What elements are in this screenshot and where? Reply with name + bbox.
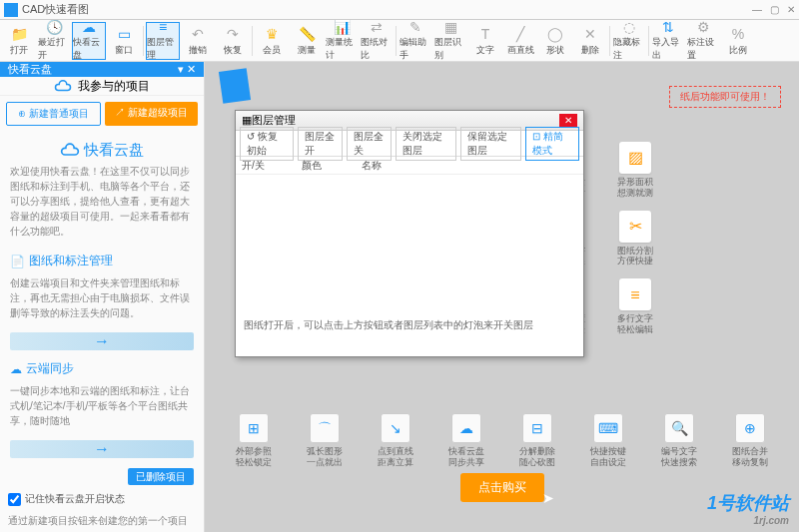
deleted-projects-button[interactable]: 已删除项目: [128, 468, 194, 485]
feature-图纸合并[interactable]: ⊕图纸合并移动复制: [720, 413, 781, 468]
new-super-project-button[interactable]: ↗ 新建超级项目: [105, 102, 198, 126]
buy-button[interactable]: 点击购买: [460, 473, 544, 502]
illustration-1: [10, 332, 194, 350]
main-toolbar: 📁打开🕓最近打开☁快看云盘▭窗口≡图层管理↶撤销↷恢复♛会员📏测量📊测量统计⇄图…: [0, 20, 799, 62]
close-button[interactable]: ✕: [787, 4, 795, 15]
dialog-icon: ▦: [242, 114, 252, 127]
toolbar-编辑助手[interactable]: ✎编辑助手: [399, 22, 432, 60]
toolbar-隐藏标注[interactable]: ◌隐藏标注: [612, 22, 646, 60]
toolbar-比例[interactable]: %比例: [721, 22, 755, 60]
toolbar-撤销[interactable]: ↶撤销: [181, 22, 215, 60]
toolbar-图纸对比[interactable]: ⇄图纸对比: [360, 22, 394, 60]
section-drawings-text: 创建云端项目和文件夹来管理图纸和标注，再也无需担心由于电脑损坏、文件误删等导致的…: [0, 275, 204, 328]
app-icon: [4, 3, 18, 17]
toolbar-标注设置[interactable]: ⚙标注设置: [686, 22, 720, 60]
dialog-tool[interactable]: 图层全关: [347, 127, 392, 161]
dialog-close-button[interactable]: ✕: [559, 114, 577, 128]
dialog-tool[interactable]: 关闭选定图层: [396, 127, 456, 161]
simple-mode-button[interactable]: ⊡ 精简模式: [525, 127, 579, 161]
app-title: CAD快速看图: [22, 2, 89, 17]
toolbar-测量[interactable]: 📏测量: [290, 22, 324, 60]
warning-banner: 纸后功能即可使用！: [669, 86, 781, 108]
sidebar-title: 我参与的项目: [0, 77, 204, 96]
new-normal-project-button[interactable]: ⊕ 新建普通项目: [6, 102, 101, 126]
restore-button[interactable]: ▢: [770, 4, 779, 15]
toolbar-文字[interactable]: T文字: [468, 22, 502, 60]
feature-编号文字[interactable]: 🔍编号文字快速搜索: [649, 413, 710, 468]
sidebar-footer: 通过新建项目按钮来创建您的第一个项目: [0, 510, 204, 532]
toolbar-导入导出[interactable]: ⇅导入导出: [651, 22, 685, 60]
feature-快看云盘[interactable]: ☁快看云盘同步共享: [435, 413, 496, 468]
dialog-toolbar: ↺ 恢复初始图层全开图层全关关闭选定图层保留选定图层⊡ 精简模式: [236, 131, 583, 157]
toolbar-图层识别[interactable]: ▦图层识别: [433, 22, 467, 60]
toolbar-图层管理[interactable]: ≡图层管理: [146, 22, 180, 60]
watermark: 1号软件站 1rj.com: [707, 491, 789, 526]
section-sync-text: 一键同步本地和云端的图纸和标注，让台式机/笔记本/手机/平板等各个平台图纸共享，…: [0, 383, 204, 436]
feature-点到直线[interactable]: ↘点到直线距离立算: [365, 413, 425, 468]
feature-弧长图形[interactable]: ⌒弧长图形一点就出: [294, 413, 355, 468]
toolbar-快看云盘[interactable]: ☁快看云盘: [72, 22, 106, 60]
cloud-logo: 快看云盘: [0, 132, 204, 164]
toolbar-恢复[interactable]: ↷恢复: [216, 22, 250, 60]
remember-checkbox[interactable]: 记住快看云盘开启状态: [0, 488, 204, 510]
feature-图纸分割[interactable]: ✂图纸分割方便快捷: [610, 211, 660, 267]
toolbar-测量统计[interactable]: 📊测量统计: [325, 22, 359, 60]
toolbar-会员[interactable]: ♛会员: [255, 22, 289, 60]
dialog-body: [236, 175, 583, 314]
toolbar-打开[interactable]: 📁打开: [2, 22, 36, 60]
toolbar-形状[interactable]: ◯形状: [538, 22, 572, 60]
vip-ribbon: [219, 68, 251, 104]
dialog-tip: 图纸打开后，可以点击上方按钮或者图层列表中的灯泡来开关图层: [236, 314, 583, 336]
section-sync: ☁ 云端同步: [0, 354, 204, 383]
dialog-tool[interactable]: 图层全开: [298, 127, 343, 161]
dialog-tool[interactable]: 保留选定图层: [460, 127, 521, 161]
feature-快捷按键[interactable]: ⌨快捷按键自由设定: [578, 413, 639, 468]
toolbar-删除[interactable]: ✕删除: [573, 22, 607, 60]
feature-外部参照[interactable]: ⊞外部参照轻松锁定: [223, 413, 284, 468]
section-drawings: 📄 图纸和标注管理: [0, 247, 204, 275]
title-bar: CAD快速看图 — ▢ ✕: [0, 0, 799, 20]
cursor-icon: ➤: [542, 490, 554, 506]
feature-分解删除[interactable]: ⊟分解删除随心砍图: [507, 413, 568, 468]
toolbar-窗口[interactable]: ▭窗口: [107, 22, 141, 60]
sidebar-tab[interactable]: 快看云盘 ▾ ✕: [0, 62, 204, 77]
sidebar-close-icon[interactable]: ▾ ✕: [178, 63, 196, 76]
intro-text: 欢迎使用快看云盘！在这里不仅可以同步图纸和标注到手机、电脑等各个平台，还可以分享…: [0, 164, 204, 247]
sidebar: 快看云盘 ▾ ✕ 我参与的项目 ⊕ 新建普通项目 ↗ 新建超级项目 快看云盘 欢…: [0, 62, 205, 532]
feature-异形面积[interactable]: ▨异形面积想测就测: [610, 142, 660, 199]
dialog-tool[interactable]: ↺ 恢复初始: [240, 127, 294, 161]
feature-多行文字[interactable]: ≡多行文字轻松编辑: [610, 278, 660, 335]
toolbar-最近打开[interactable]: 🕓最近打开: [37, 22, 71, 60]
illustration-2: [10, 440, 194, 458]
layer-dialog: ▦ 图层管理 ✕ ↺ 恢复初始图层全开图层全关关闭选定图层保留选定图层⊡ 精简模…: [235, 110, 584, 357]
toolbar-画直线[interactable]: ╱画直线: [503, 22, 537, 60]
min-button[interactable]: —: [752, 4, 762, 15]
